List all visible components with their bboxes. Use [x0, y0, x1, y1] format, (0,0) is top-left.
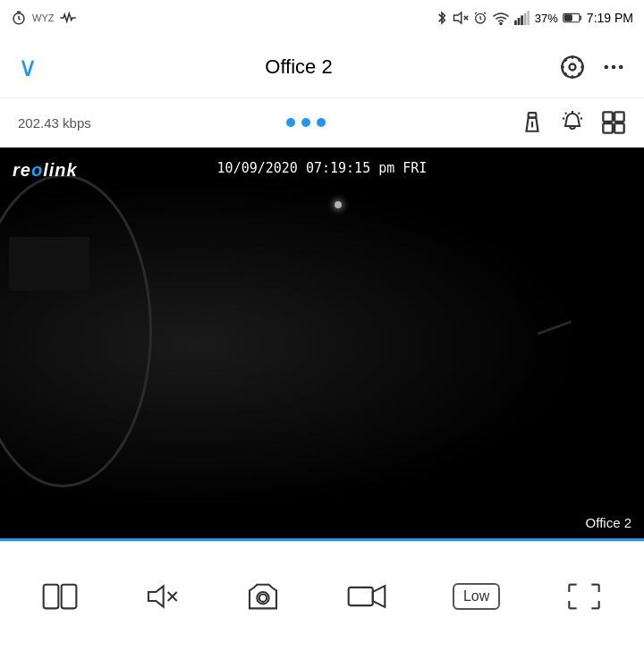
svg-marker-30: [148, 586, 164, 606]
svg-marker-1: [453, 13, 461, 23]
svg-rect-28: [44, 585, 59, 609]
more-options-button[interactable]: [601, 55, 626, 80]
camera-feed: reolink 10/09/2020 07:19:15 pm FRI Offic…: [0, 148, 644, 541]
activity-icon: [59, 12, 77, 24]
svg-point-34: [259, 595, 267, 602]
volume-mute-icon: [453, 11, 469, 25]
fullscreen-icon: [566, 580, 602, 613]
header: ∨ Office 2: [0, 36, 644, 98]
dot-1: [286, 118, 295, 127]
bluetooth-icon: [436, 10, 448, 26]
time-display: 7:19 PM: [587, 11, 633, 25]
quality-label: Low: [463, 588, 489, 604]
wifi-icon: [492, 11, 510, 25]
quality-button[interactable]: Low: [453, 583, 500, 610]
alert-button[interactable]: [560, 110, 585, 135]
fullscreen-button[interactable]: [566, 580, 602, 613]
svg-rect-8: [521, 15, 523, 25]
snapshot-icon: [245, 580, 281, 613]
mute-button[interactable]: [144, 580, 180, 613]
svg-rect-29: [62, 585, 77, 609]
back-button[interactable]: ∨: [18, 54, 38, 80]
signal-icon: [514, 11, 530, 25]
snapshot-button[interactable]: [245, 580, 281, 613]
status-right: 37% 7:19 PM: [436, 10, 633, 26]
svg-rect-27: [614, 123, 624, 133]
svg-point-15: [612, 64, 616, 69]
svg-line-21: [578, 113, 580, 114]
status-left: WYZ: [11, 10, 77, 26]
record-icon: [347, 580, 386, 613]
camera-title: Office 2: [265, 55, 332, 79]
header-left: ∨: [18, 54, 38, 80]
svg-rect-10: [527, 11, 530, 25]
svg-point-5: [500, 22, 502, 24]
bottom-bar: Low: [0, 541, 644, 651]
split-view-icon: [42, 580, 78, 613]
svg-rect-9: [524, 13, 527, 25]
svg-rect-12: [564, 15, 572, 21]
battery-percent: 37%: [535, 12, 558, 25]
camera-timestamp: 10/09/2020 07:19:15 pm FRI: [217, 160, 428, 176]
grid-button[interactable]: [601, 110, 626, 135]
svg-rect-25: [614, 112, 624, 121]
camera-name-overlay: Office 2: [586, 515, 631, 530]
record-button[interactable]: [347, 580, 386, 613]
svg-point-13: [569, 63, 575, 70]
progress-bar: [0, 538, 644, 541]
settings-button[interactable]: [560, 55, 585, 80]
status-bar: WYZ 37% 7:19 PM: [0, 0, 644, 36]
split-view-button[interactable]: [42, 580, 78, 613]
header-right: [560, 55, 626, 80]
dot-menu[interactable]: [286, 118, 326, 127]
svg-rect-24: [603, 112, 613, 121]
bitrate-display: 202.43 kbps: [18, 115, 91, 131]
wyze-label: WYZ: [32, 13, 54, 23]
battery-icon: [563, 12, 582, 24]
timer-icon: [11, 10, 27, 26]
sub-toolbar: 202.43 kbps: [0, 98, 644, 148]
scene-block: [9, 237, 89, 291]
mute-icon: [144, 580, 180, 613]
svg-line-22: [563, 118, 564, 119]
svg-point-14: [604, 64, 608, 69]
svg-point-16: [619, 64, 623, 69]
svg-rect-35: [349, 588, 373, 605]
flashlight-button[interactable]: [521, 111, 544, 134]
svg-rect-7: [517, 18, 520, 25]
toolbar-icons: [521, 110, 626, 135]
alarm-icon: [473, 11, 487, 25]
svg-line-20: [565, 113, 567, 114]
svg-line-23: [580, 118, 582, 119]
brand-logo: reolink: [13, 160, 78, 181]
svg-rect-26: [603, 123, 613, 133]
dot-3: [317, 118, 326, 127]
svg-marker-36: [373, 586, 386, 607]
dot-2: [301, 118, 310, 127]
svg-rect-6: [514, 21, 517, 25]
